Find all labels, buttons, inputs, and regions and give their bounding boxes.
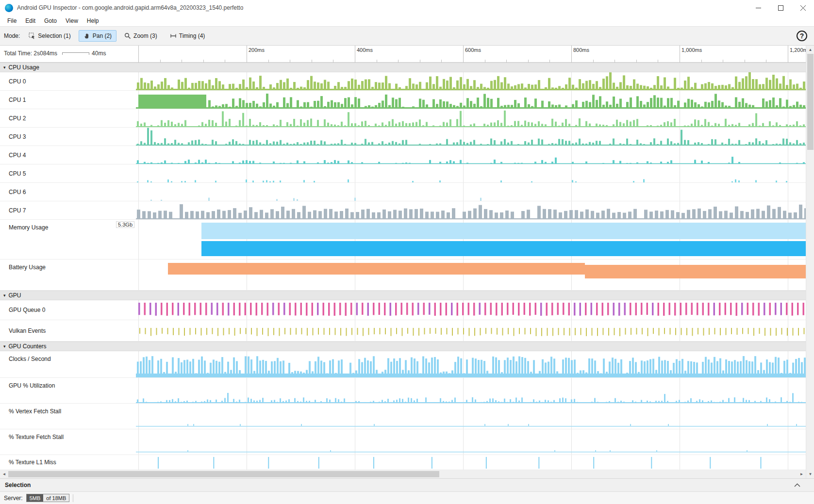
minimize-button[interactable] xyxy=(747,0,769,16)
major-gridline xyxy=(680,46,680,63)
track-canvas-cpu-3[interactable] xyxy=(136,128,806,146)
mode-buttons: Selection (1)Pan (2)Zoom (3)Timing (4) xyxy=(24,30,210,42)
vertical-scroll-thumb[interactable] xyxy=(807,54,814,150)
track-canvas-cpu-5[interactable] xyxy=(136,164,806,182)
horizontal-scrollbar[interactable]: ◄ ► xyxy=(0,470,806,478)
scale-bracket-icon xyxy=(62,52,89,55)
help-button[interactable]: ? xyxy=(797,31,807,41)
scroll-down-icon[interactable]: ▼ xyxy=(806,470,814,478)
track-label-clocks-second: Clocks / Second xyxy=(0,351,136,377)
scroll-left-icon[interactable]: ◄ xyxy=(0,470,8,478)
section-header-cpu-usage[interactable]: ▾CPU Usage xyxy=(0,63,806,72)
track-label-memory-usage: Memory Usage5.3Gb xyxy=(0,220,136,259)
mode-button-label: Timing (4) xyxy=(179,33,205,39)
time-ruler: Total Time: 2s084ms 40ms 200ms400ms600ms… xyxy=(0,46,806,63)
track-label-gpu-utilization: GPU % Utilization xyxy=(0,378,136,403)
track-label-cpu-2: CPU 2 xyxy=(0,109,136,127)
mode-label: Mode: xyxy=(4,33,20,39)
time-axis[interactable]: 200ms400ms600ms800ms1,000ms1,200ms xyxy=(136,46,806,63)
track-row-texture-fetch-stall: % Texture Fetch Stall xyxy=(0,429,806,455)
track-canvas-cpu-6[interactable] xyxy=(136,183,806,201)
track-label-cpu-7: CPU 7 xyxy=(0,201,136,219)
major-gridline xyxy=(355,46,355,63)
track-row-gpu-utilization: GPU % Utilization xyxy=(0,378,806,404)
scroll-up-icon[interactable]: ▲ xyxy=(806,46,814,54)
total-time-label: Total Time: 2s084ms xyxy=(4,50,57,57)
track-canvas-clocks-second[interactable] xyxy=(136,351,806,377)
menu-view[interactable]: View xyxy=(61,16,83,25)
mode-button-timing-4[interactable]: Timing (4) xyxy=(165,30,210,42)
major-gridline xyxy=(788,46,788,63)
ruler-summary: Total Time: 2s084ms 40ms xyxy=(4,50,106,57)
window-title: Android GPU Inspector - com.google.andro… xyxy=(17,4,243,11)
horizontal-scroll-thumb[interactable] xyxy=(8,471,439,477)
time-tick-label: 1,000ms xyxy=(681,47,702,53)
track-label-battery-usage: Battery Usage xyxy=(0,260,136,290)
track-canvas-texture-l1-miss[interactable] xyxy=(136,455,806,470)
collapse-arrow-icon: ▾ xyxy=(3,65,6,70)
close-button[interactable] xyxy=(792,0,814,16)
track-canvas-cpu-0[interactable] xyxy=(136,72,806,90)
track-row-gpu-queue-0: GPU Queue 0 xyxy=(0,300,806,320)
menu-help[interactable]: Help xyxy=(83,16,103,25)
chevron-up-icon[interactable] xyxy=(794,483,800,487)
scroll-right-icon[interactable]: ► xyxy=(797,470,806,478)
memory-max-value-label: 5.3Gb xyxy=(116,221,134,228)
section-header-gpu-counters[interactable]: ▾GPU Counters xyxy=(0,341,806,351)
toolbar: Mode: Selection (1)Pan (2)Zoom (3)Timing… xyxy=(0,26,814,46)
server-progress-bar: 5MB of 18MB xyxy=(26,494,70,502)
mode-button-pan-2[interactable]: Pan (2) xyxy=(79,30,116,42)
titlebar: Android GPU Inspector - com.google.andro… xyxy=(0,0,814,16)
track-canvas-cpu-1[interactable] xyxy=(136,91,806,109)
time-tick-label: 600ms xyxy=(465,47,481,53)
track-label-texture-fetch-stall: % Texture Fetch Stall xyxy=(0,429,136,455)
track-canvas-cpu-2[interactable] xyxy=(136,109,806,127)
track-canvas-vertex-fetch-stall[interactable] xyxy=(136,404,806,429)
status-separator xyxy=(73,494,73,502)
track-canvas-gpu-utilization[interactable] xyxy=(136,378,806,403)
track-canvas-vulkan-events[interactable] xyxy=(136,320,806,341)
track-row-cpu-7: CPU 7 xyxy=(0,201,806,220)
mode-button-label: Selection (1) xyxy=(38,33,70,39)
track-row-cpu-2: CPU 2 xyxy=(0,109,806,128)
track-row-cpu-4: CPU 4 xyxy=(0,146,806,164)
major-gridline xyxy=(463,46,464,63)
progress-done-segment: 5MB xyxy=(27,494,44,502)
track-label-cpu-1: CPU 1 xyxy=(0,91,136,109)
timing-icon xyxy=(170,33,177,39)
track-row-cpu-3: CPU 3 xyxy=(0,128,806,146)
track-label-cpu-0: CPU 0 xyxy=(0,72,136,90)
track-label-vertex-fetch-stall: % Vertex Fetch Stall xyxy=(0,404,136,429)
statusbar: Server: 5MB of 18MB xyxy=(0,491,814,504)
mode-button-label: Pan (2) xyxy=(93,33,112,39)
track-canvas-texture-fetch-stall[interactable] xyxy=(136,429,806,455)
track-canvas-cpu-4[interactable] xyxy=(136,146,806,164)
menu-edit[interactable]: Edit xyxy=(21,16,40,25)
track-row-cpu-5: CPU 5 xyxy=(0,164,806,183)
section-header-gpu[interactable]: ▾GPU xyxy=(0,291,806,300)
window-controls xyxy=(747,0,814,16)
menu-file[interactable]: File xyxy=(3,16,21,25)
time-tick-label: 200ms xyxy=(249,47,265,53)
track-label-texture-l1-miss: % Texture L1 Miss xyxy=(0,455,136,470)
collapse-arrow-icon: ▾ xyxy=(3,293,6,298)
maximize-button[interactable] xyxy=(769,0,792,16)
mode-button-selection-1[interactable]: Selection (1) xyxy=(24,30,75,42)
track-canvas-memory-usage[interactable] xyxy=(136,220,806,259)
mode-button-zoom-3[interactable]: Zoom (3) xyxy=(119,30,162,42)
vertical-scrollbar[interactable]: ▲ ▼ xyxy=(806,46,814,478)
track-row-vertex-fetch-stall: % Vertex Fetch Stall xyxy=(0,404,806,429)
menu-goto[interactable]: Goto xyxy=(40,16,61,25)
scale-label: 40ms xyxy=(92,50,106,57)
track-canvas-gpu-queue-0[interactable] xyxy=(136,300,806,320)
time-tick-label: 400ms xyxy=(357,47,373,53)
mode-button-label: Zoom (3) xyxy=(133,33,157,39)
section-label: CPU Usage xyxy=(9,64,39,71)
track-canvas-cpu-7[interactable] xyxy=(136,201,806,219)
track-row-memory-usage: Memory Usage5.3Gb xyxy=(0,220,806,260)
track-canvas-battery-usage[interactable] xyxy=(136,260,806,290)
selection-panel-header[interactable]: Selection xyxy=(0,478,814,491)
timeline: ▾CPU UsageCPU 0CPU 1CPU 2CPU 3CPU 4CPU 5… xyxy=(0,63,806,470)
time-tick-label: 800ms xyxy=(573,47,589,53)
major-gridline xyxy=(247,46,247,63)
